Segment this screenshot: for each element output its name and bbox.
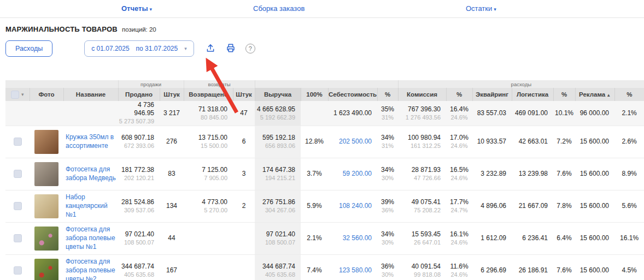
product-photo[interactable]: [34, 259, 58, 280]
cell-cost_pct: 35%31%: [377, 101, 398, 126]
cell-secondary-value: 24.6%: [446, 271, 472, 279]
cell-qty_returned: 47: [233, 101, 255, 126]
cell-value: 1 623 490.00: [328, 109, 372, 117]
cell-value: 2.1%: [614, 109, 644, 117]
export-icon: [206, 43, 215, 55]
header-ads-pct[interactable]: %: [614, 88, 644, 101]
header-logistics-pct[interactable]: %: [553, 88, 575, 101]
row-checkbox[interactable]: [14, 202, 22, 210]
cell-secondary-value: 405 635.68: [118, 271, 154, 279]
cost-link[interactable]: 123 580.00: [328, 266, 372, 275]
nav-item-order-assembly[interactable]: Сборка заказов: [253, 4, 305, 13]
row-checkbox[interactable]: [14, 170, 22, 178]
product-photo[interactable]: [34, 162, 58, 186]
cell-commission: 767 396.301 276 493.56: [398, 101, 446, 126]
header-100pct[interactable]: 100%: [301, 88, 328, 101]
positions-count: позиций: 20: [122, 26, 156, 33]
row-checkbox[interactable]: [14, 234, 22, 242]
header-acquiring[interactable]: Эквайринг: [472, 88, 512, 101]
cell-secondary-value: 5 273 507.39: [118, 118, 154, 126]
chevron-down-icon[interactable]: ▾: [21, 92, 24, 97]
select-all-checkbox[interactable]: [11, 91, 19, 99]
cell-sold: 608 907.18672 393.06: [118, 126, 160, 158]
select-all-header[interactable]: ▾: [5, 88, 30, 101]
chevron-down-icon: ▾: [150, 7, 153, 12]
cell-secondary-value: 7 905.00: [184, 175, 227, 182]
header-sold[interactable]: Продано: [118, 88, 160, 101]
cell-value: 276: [160, 138, 184, 146]
help-icon: ?: [249, 45, 252, 52]
product-name-link[interactable]: Фотосетка для забора полевые цветы №2: [66, 258, 118, 280]
header-commission-pct[interactable]: %: [446, 88, 472, 101]
help-button[interactable]: ?: [245, 44, 255, 53]
product-name-link[interactable]: Фотосетка для забора Медведь: [66, 165, 118, 182]
cell-sold: 4 736 946.955 273 507.39: [118, 101, 160, 126]
cell-value: 15 600.00: [575, 234, 609, 242]
cell-logistics: 26 186.91: [512, 254, 553, 280]
cost-link[interactable]: 59 200.00: [328, 170, 372, 178]
product-name-link[interactable]: Набор канцелярский №1: [66, 193, 118, 219]
cell-acquiring: 1 612.09: [472, 222, 512, 254]
cell-value: 134: [160, 202, 184, 210]
cell-ads_pct: 2.1%: [614, 101, 644, 126]
cell-value: 7 125.00: [184, 166, 227, 174]
cell-logistics: 13 239.98: [512, 158, 553, 190]
header-commission[interactable]: Комиссия: [398, 88, 446, 101]
cell-photo: [30, 101, 63, 126]
header-qty-sold[interactable]: Штук: [160, 88, 184, 101]
cell-value: 15 600.00: [575, 202, 609, 210]
cell-acquiring: 10 933.57: [472, 126, 512, 158]
cost-link[interactable]: 202 500.00: [328, 138, 372, 146]
product-name-link[interactable]: Фотосетка для забора полевые цветы №1: [66, 225, 118, 251]
nav-item-reports[interactable]: Отчеты▾: [121, 4, 152, 13]
header-returned[interactable]: Возвращено: [184, 88, 233, 101]
cell-logistics: 42 663.01: [512, 126, 553, 158]
header-revenue[interactable]: Выручка: [255, 88, 301, 101]
header-cost-pct[interactable]: %: [377, 88, 398, 101]
cell-commission_pct: 16.4%24.6%: [446, 101, 472, 126]
nav-item-stock[interactable]: Остатки▾: [466, 4, 496, 13]
group-returns: возвраты: [184, 80, 255, 88]
export-button[interactable]: [205, 43, 216, 54]
cell-logistics_pct: 7.2%: [553, 126, 575, 158]
cell-ads: 96 000.00: [575, 101, 614, 126]
cell-qty_returned: [233, 222, 255, 254]
header-photo: Фото: [30, 88, 63, 101]
cell-commission_pct: 16.1%24.6%: [446, 222, 472, 254]
cell-value: 469 091.00: [512, 109, 548, 117]
product-photo[interactable]: [34, 130, 58, 154]
row-checkbox[interactable]: [14, 266, 22, 275]
header-qty-returned[interactable]: Штук: [233, 88, 255, 101]
row-checkbox[interactable]: [14, 138, 22, 146]
chevron-down-icon: ▾: [494, 7, 496, 12]
cell-pct100: 2.1%: [301, 222, 328, 254]
cell-name: Кружка 350мл в ассортименте: [63, 126, 118, 158]
date-to[interactable]: по 31.07.2025: [136, 45, 178, 52]
product-name-link[interactable]: Кружка 350мл в ассортименте: [66, 133, 118, 150]
cost-link[interactable]: 32 560.00: [328, 234, 372, 242]
date-range-picker[interactable]: с 01.07.2025 по 31.07.2025 ▾: [84, 40, 194, 57]
product-photo[interactable]: [34, 227, 58, 251]
cell-value: 595 192.18: [255, 134, 295, 142]
header-ads[interactable]: Реклама▲: [575, 88, 614, 101]
cell-name: Набор канцелярский №1: [63, 190, 118, 222]
cell-value: 167: [160, 266, 184, 275]
cell-value: 12.8%: [301, 138, 328, 146]
printer-icon: [226, 43, 236, 55]
cell-value: 17.0%: [446, 134, 472, 142]
cell-name: Фотосетка для забора полевые цветы №1: [63, 222, 118, 254]
date-from[interactable]: с 01.07.2025: [91, 45, 129, 52]
header-cost[interactable]: Себестоимость: [328, 88, 377, 101]
header-name[interactable]: Название: [63, 88, 118, 101]
cell-value: 608 907.18: [118, 134, 154, 142]
cell-secondary-value: 5 192 662.39: [255, 114, 295, 122]
cell-secondary-value: 99 818.08: [398, 271, 441, 279]
cost-link[interactable]: 108 240.00: [328, 202, 372, 210]
expenses-button[interactable]: Расходы: [5, 40, 52, 57]
product-photo[interactable]: [34, 194, 58, 218]
print-button[interactable]: [225, 43, 236, 54]
cell-secondary-value: 75 208.22: [398, 207, 441, 215]
header-logistics[interactable]: Логистика: [512, 88, 553, 101]
cell-value: 47: [233, 109, 255, 117]
cell-logistics: 6 236.41: [512, 222, 553, 254]
